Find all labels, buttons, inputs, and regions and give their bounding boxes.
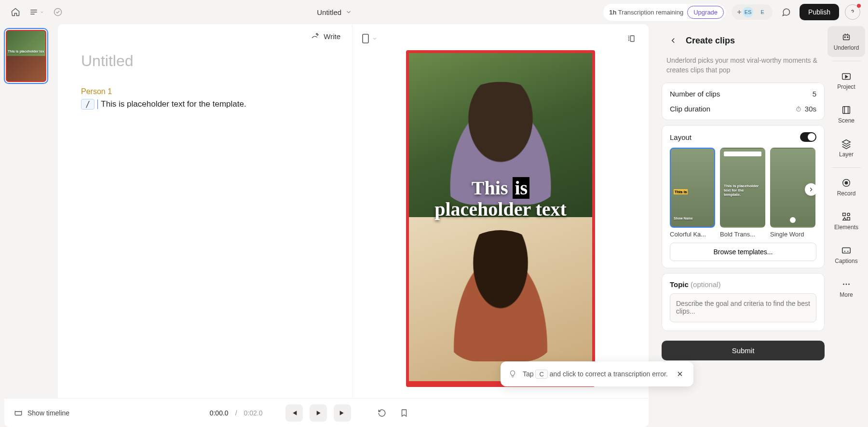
topbar: Untitled 1h Transcription remaining Upgr… — [0, 0, 868, 24]
svg-rect-12 — [843, 213, 846, 216]
sidebar-item-underlord[interactable]: Underlord — [827, 26, 865, 57]
loop-icon[interactable] — [374, 405, 390, 421]
timeline-bar: Show timeline 0:00.0 / 0:02.0 — [4, 398, 649, 427]
svg-rect-1 — [363, 34, 368, 43]
browse-templates-button[interactable]: Browse templates... — [670, 243, 816, 261]
preview-column: This is placeholder text Tap C and click… — [352, 24, 649, 427]
lightbulb-icon — [508, 370, 517, 378]
num-clips-label: Number of clips — [670, 90, 720, 98]
sidebar-item-captions[interactable]: Captions — [827, 239, 865, 270]
caption-overlay: This is placeholder text — [409, 178, 592, 220]
preview-frame[interactable]: This is placeholder text — [406, 50, 595, 387]
panel-title: Create clips — [686, 36, 735, 46]
sidebar-item-more[interactable]: More — [827, 273, 865, 304]
skip-forward-button[interactable] — [334, 404, 351, 422]
show-timeline-button[interactable]: Show timeline — [14, 409, 69, 417]
sidebar: Underlord Project Scene Layer Record Ele… — [825, 24, 868, 427]
svg-point-7 — [847, 37, 848, 38]
menu-icon[interactable] — [29, 4, 44, 20]
collaborators[interactable]: ES E — [732, 4, 773, 20]
sidebar-item-project[interactable]: Project — [827, 65, 865, 96]
svg-point-6 — [844, 37, 845, 38]
layout-label: Layout — [670, 133, 692, 141]
sidebar-item-elements[interactable]: Elements — [827, 206, 865, 236]
layout-option[interactable]: This is Show Name Colorful Ka... — [670, 148, 715, 238]
svg-point-4 — [797, 107, 800, 111]
chevron-down-icon[interactable] — [345, 9, 352, 15]
back-icon[interactable] — [665, 33, 681, 48]
transcript-text[interactable]: This is placeholder text for the templat… — [101, 99, 246, 109]
usage-amount: 1h — [609, 9, 616, 16]
sidebar-item-record[interactable]: Record — [827, 172, 865, 203]
panel-layout-icon[interactable] — [624, 31, 639, 46]
upgrade-button[interactable]: Upgrade — [687, 6, 724, 19]
slash-command-indicator[interactable]: / — [81, 99, 95, 110]
svg-rect-14 — [842, 248, 851, 253]
layout-toggle[interactable] — [800, 132, 816, 142]
project-title[interactable]: Untitled — [317, 8, 341, 16]
svg-rect-5 — [843, 35, 850, 40]
svg-rect-2 — [631, 36, 635, 41]
time-current: 0:00.0 — [210, 409, 229, 417]
layout-option[interactable]: This is placeholder text for the templat… — [720, 148, 765, 238]
editor-column: Write Untitled Person 1 / This is placeh… — [58, 24, 352, 427]
layout-card: Layout This is Show Name Colorful Ka... … — [662, 125, 825, 268]
next-layouts-icon[interactable] — [805, 183, 816, 195]
avatar[interactable]: ES — [742, 6, 754, 18]
svg-point-13 — [847, 213, 850, 216]
topic-label: Topic (optional) — [670, 280, 816, 289]
text-cursor — [97, 99, 98, 109]
avatar[interactable]: E — [756, 6, 769, 18]
sync-status-icon — [50, 4, 66, 20]
submit-button[interactable]: Submit — [662, 341, 825, 360]
svg-point-15 — [843, 284, 844, 285]
panel-subtitle: Underlord picks your most viral-worthy m… — [662, 56, 825, 83]
comments-icon[interactable] — [778, 4, 794, 20]
notification-dot — [857, 4, 861, 8]
clip-duration-label: Clip duration — [670, 105, 710, 113]
skip-back-button[interactable] — [285, 404, 303, 422]
topic-input[interactable] — [670, 293, 816, 322]
key-chip: C — [535, 370, 547, 379]
sidebar-item-layer[interactable]: Layer — [827, 133, 865, 164]
svg-rect-3 — [15, 412, 22, 415]
svg-rect-9 — [843, 107, 850, 114]
time-duration: 0:02.0 — [244, 409, 263, 417]
aspect-button[interactable] — [362, 34, 378, 43]
svg-point-16 — [846, 284, 847, 285]
publish-button[interactable]: Publish — [800, 4, 839, 20]
document-title[interactable]: Untitled — [81, 52, 329, 70]
transcript-line[interactable]: / This is placeholder text for the templ… — [81, 99, 329, 110]
bookmark-icon[interactable] — [396, 405, 412, 421]
clip-duration-value[interactable]: 30s — [795, 105, 816, 113]
usage-pill: 1h Transcription remaining Upgrade — [603, 4, 726, 21]
tip-text: Tap C and click to correct a transcripti… — [523, 370, 668, 378]
scene-rail: 1 This is placeholder tex — [0, 24, 58, 427]
num-clips-value[interactable]: 5 — [813, 90, 816, 98]
clips-settings-card: Number of clips 5 Clip duration 30s — [662, 83, 825, 120]
home-icon[interactable] — [8, 4, 23, 20]
write-button[interactable]: Write — [311, 32, 340, 41]
svg-point-11 — [845, 181, 848, 184]
tip-toast: Tap C and click to correct a transcripti… — [501, 361, 693, 386]
usage-text: Transcription remaining — [618, 9, 683, 16]
close-icon[interactable] — [674, 368, 686, 380]
topic-card: Topic (optional) — [662, 273, 825, 331]
speaker-label[interactable]: Person 1 — [81, 87, 329, 96]
play-button[interactable] — [310, 404, 327, 422]
svg-point-17 — [848, 284, 850, 285]
stopwatch-icon — [795, 106, 802, 112]
scene-thumbnail[interactable]: 1 This is placeholder tex — [4, 28, 48, 84]
help-icon[interactable] — [845, 4, 860, 20]
thumb-overlay-text: This is placeholder tex — [7, 50, 45, 53]
sidebar-item-scene[interactable]: Scene — [827, 99, 865, 130]
